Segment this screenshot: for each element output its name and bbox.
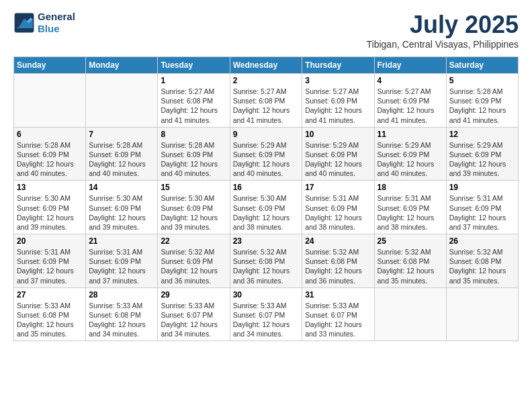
calendar-day-cell: 19Sunrise: 5:31 AM Sunset: 6:09 PM Dayli… xyxy=(446,181,518,234)
day-of-week-header: Sunday xyxy=(14,57,86,74)
day-info: Sunrise: 5:27 AM Sunset: 6:08 PM Dayligh… xyxy=(161,87,226,125)
day-info: Sunrise: 5:32 AM Sunset: 6:08 PM Dayligh… xyxy=(305,247,371,285)
calendar-week-row: 27Sunrise: 5:33 AM Sunset: 6:08 PM Dayli… xyxy=(14,287,519,341)
day-number: 22 xyxy=(161,236,226,246)
day-number: 27 xyxy=(17,290,83,300)
day-number: 5 xyxy=(449,76,515,85)
day-info: Sunrise: 5:32 AM Sunset: 6:08 PM Dayligh… xyxy=(378,247,443,285)
day-number: 28 xyxy=(89,290,154,300)
location-title: Tibigan, Central Visayas, Philippines xyxy=(367,39,519,50)
calendar-day-cell: 27Sunrise: 5:33 AM Sunset: 6:08 PM Dayli… xyxy=(14,287,86,341)
day-number: 25 xyxy=(378,236,443,246)
day-info: Sunrise: 5:32 AM Sunset: 6:08 PM Dayligh… xyxy=(233,247,300,285)
day-info: Sunrise: 5:29 AM Sunset: 6:09 PM Dayligh… xyxy=(305,140,371,179)
day-number: 17 xyxy=(305,183,371,192)
calendar-week-row: 6Sunrise: 5:28 AM Sunset: 6:09 PM Daylig… xyxy=(14,127,519,181)
day-number: 3 xyxy=(305,76,371,85)
day-of-week-header: Saturday xyxy=(446,57,518,74)
day-info: Sunrise: 5:31 AM Sunset: 6:09 PM Dayligh… xyxy=(305,193,371,232)
day-info: Sunrise: 5:32 AM Sunset: 6:08 PM Dayligh… xyxy=(449,247,515,285)
day-number: 13 xyxy=(17,183,83,192)
title-block: July 2025 Tibigan, Central Visayas, Phil… xyxy=(367,11,519,50)
calendar-day-cell: 14Sunrise: 5:30 AM Sunset: 6:09 PM Dayli… xyxy=(86,181,158,234)
calendar-day-cell: 25Sunrise: 5:32 AM Sunset: 6:08 PM Dayli… xyxy=(374,234,446,288)
calendar-day-cell: 15Sunrise: 5:30 AM Sunset: 6:09 PM Dayli… xyxy=(158,181,230,234)
calendar-day-cell: 1Sunrise: 5:27 AM Sunset: 6:08 PM Daylig… xyxy=(158,74,230,128)
day-number: 24 xyxy=(305,236,371,246)
calendar-day-cell: 4Sunrise: 5:27 AM Sunset: 6:09 PM Daylig… xyxy=(374,74,446,128)
day-info: Sunrise: 5:27 AM Sunset: 6:09 PM Dayligh… xyxy=(305,87,371,125)
page-header: General Blue July 2025 Tibigan, Central … xyxy=(13,11,519,50)
day-of-week-header: Tuesday xyxy=(158,57,230,74)
calendar-day-cell: 31Sunrise: 5:33 AM Sunset: 6:07 PM Dayli… xyxy=(302,287,374,341)
day-number: 26 xyxy=(449,236,515,246)
day-number: 16 xyxy=(233,183,300,192)
calendar-day-cell: 10Sunrise: 5:29 AM Sunset: 6:09 PM Dayli… xyxy=(302,127,374,181)
day-number: 21 xyxy=(89,236,154,246)
day-number: 15 xyxy=(161,183,226,192)
day-number: 1 xyxy=(161,76,226,85)
calendar-day-cell xyxy=(14,74,86,128)
calendar-day-cell: 26Sunrise: 5:32 AM Sunset: 6:08 PM Dayli… xyxy=(446,234,518,288)
calendar-day-cell: 17Sunrise: 5:31 AM Sunset: 6:09 PM Dayli… xyxy=(302,181,374,234)
calendar-day-cell: 20Sunrise: 5:31 AM Sunset: 6:09 PM Dayli… xyxy=(14,234,86,288)
calendar-header-row: SundayMondayTuesdayWednesdayThursdayFrid… xyxy=(14,57,519,74)
day-info: Sunrise: 5:31 AM Sunset: 6:09 PM Dayligh… xyxy=(17,247,83,285)
day-number: 8 xyxy=(161,130,226,139)
calendar-day-cell: 3Sunrise: 5:27 AM Sunset: 6:09 PM Daylig… xyxy=(302,74,374,128)
calendar-day-cell: 24Sunrise: 5:32 AM Sunset: 6:08 PM Dayli… xyxy=(302,234,374,288)
day-number: 23 xyxy=(233,236,300,246)
day-number: 2 xyxy=(233,76,300,85)
day-number: 31 xyxy=(305,290,371,300)
day-number: 11 xyxy=(378,130,443,139)
calendar-day-cell: 2Sunrise: 5:27 AM Sunset: 6:08 PM Daylig… xyxy=(230,74,302,128)
calendar-day-cell: 6Sunrise: 5:28 AM Sunset: 6:09 PM Daylig… xyxy=(14,127,86,181)
calendar-week-row: 13Sunrise: 5:30 AM Sunset: 6:09 PM Dayli… xyxy=(14,181,519,234)
day-info: Sunrise: 5:27 AM Sunset: 6:09 PM Dayligh… xyxy=(378,87,443,125)
day-info: Sunrise: 5:32 AM Sunset: 6:09 PM Dayligh… xyxy=(161,247,226,285)
day-info: Sunrise: 5:28 AM Sunset: 6:09 PM Dayligh… xyxy=(449,87,515,125)
day-info: Sunrise: 5:31 AM Sunset: 6:09 PM Dayligh… xyxy=(89,247,154,285)
calendar-header: SundayMondayTuesdayWednesdayThursdayFrid… xyxy=(14,57,519,74)
day-info: Sunrise: 5:29 AM Sunset: 6:09 PM Dayligh… xyxy=(233,140,300,179)
calendar-day-cell: 16Sunrise: 5:30 AM Sunset: 6:09 PM Dayli… xyxy=(230,181,302,234)
day-info: Sunrise: 5:30 AM Sunset: 6:09 PM Dayligh… xyxy=(89,193,154,232)
day-info: Sunrise: 5:30 AM Sunset: 6:09 PM Dayligh… xyxy=(233,193,300,232)
day-number: 19 xyxy=(449,183,515,192)
day-info: Sunrise: 5:33 AM Sunset: 6:07 PM Dayligh… xyxy=(233,301,300,339)
day-info: Sunrise: 5:33 AM Sunset: 6:08 PM Dayligh… xyxy=(89,301,154,339)
day-info: Sunrise: 5:28 AM Sunset: 6:09 PM Dayligh… xyxy=(161,140,226,179)
logo: General Blue xyxy=(13,11,75,35)
calendar-day-cell: 28Sunrise: 5:33 AM Sunset: 6:08 PM Dayli… xyxy=(86,287,158,341)
day-number: 20 xyxy=(17,236,83,246)
calendar-day-cell: 21Sunrise: 5:31 AM Sunset: 6:09 PM Dayli… xyxy=(86,234,158,288)
calendar-day-cell: 8Sunrise: 5:28 AM Sunset: 6:09 PM Daylig… xyxy=(158,127,230,181)
day-info: Sunrise: 5:28 AM Sunset: 6:09 PM Dayligh… xyxy=(89,140,154,179)
day-number: 4 xyxy=(378,76,443,85)
day-info: Sunrise: 5:30 AM Sunset: 6:09 PM Dayligh… xyxy=(161,193,226,232)
day-info: Sunrise: 5:33 AM Sunset: 6:07 PM Dayligh… xyxy=(305,301,371,339)
day-info: Sunrise: 5:28 AM Sunset: 6:09 PM Dayligh… xyxy=(17,140,83,179)
day-number: 10 xyxy=(305,130,371,139)
month-title: July 2025 xyxy=(367,11,519,39)
day-info: Sunrise: 5:27 AM Sunset: 6:08 PM Dayligh… xyxy=(233,87,300,125)
day-number: 14 xyxy=(89,183,154,192)
calendar-day-cell: 18Sunrise: 5:31 AM Sunset: 6:09 PM Dayli… xyxy=(374,181,446,234)
day-number: 6 xyxy=(17,130,83,139)
day-of-week-header: Wednesday xyxy=(230,57,302,74)
calendar-week-row: 1Sunrise: 5:27 AM Sunset: 6:08 PM Daylig… xyxy=(14,74,519,128)
calendar-day-cell: 7Sunrise: 5:28 AM Sunset: 6:09 PM Daylig… xyxy=(86,127,158,181)
day-number: 9 xyxy=(233,130,300,139)
calendar-day-cell: 29Sunrise: 5:33 AM Sunset: 6:07 PM Dayli… xyxy=(158,287,230,341)
day-number: 30 xyxy=(233,290,300,300)
day-number: 29 xyxy=(161,290,226,300)
calendar-body: 1Sunrise: 5:27 AM Sunset: 6:08 PM Daylig… xyxy=(14,74,519,341)
day-info: Sunrise: 5:31 AM Sunset: 6:09 PM Dayligh… xyxy=(449,193,515,232)
calendar-table: SundayMondayTuesdayWednesdayThursdayFrid… xyxy=(13,56,519,341)
calendar-day-cell xyxy=(446,287,518,341)
day-of-week-header: Friday xyxy=(374,57,446,74)
day-info: Sunrise: 5:33 AM Sunset: 6:07 PM Dayligh… xyxy=(161,301,226,339)
day-info: Sunrise: 5:33 AM Sunset: 6:08 PM Dayligh… xyxy=(17,301,83,339)
logo-text: General Blue xyxy=(38,11,75,35)
day-number: 18 xyxy=(378,183,443,192)
